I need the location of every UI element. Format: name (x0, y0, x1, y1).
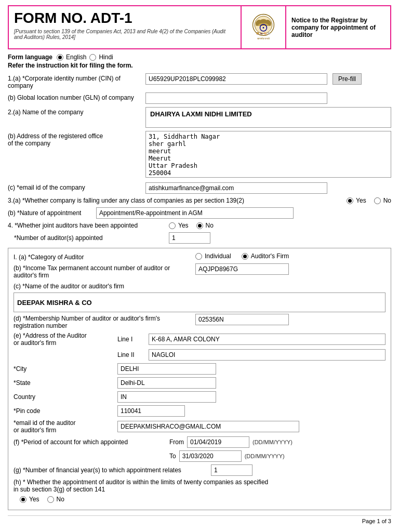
reg-office-row: (b) Address of the registered office of … (8, 131, 391, 179)
joint-yes-option[interactable]: Yes (169, 222, 189, 229)
section-i-box: I. (a) *Category of Auditor Individual A… (8, 248, 391, 510)
line1-input-area (149, 334, 385, 345)
page-number: Page 1 of 3 (8, 515, 391, 524)
state-row: *State (14, 377, 385, 389)
section3a-no-label: No (383, 197, 391, 204)
line2-row: Line II (14, 349, 385, 361)
fin-years-input[interactable] (211, 464, 252, 476)
nature-input[interactable] (96, 207, 294, 219)
category-options: Individual Auditor's Firm (195, 252, 385, 260)
auditor-email-row: *email id of the auditor or auditor's fi… (14, 419, 385, 434)
to-input[interactable] (179, 450, 242, 462)
header-box: FORM NO. ADT-1 [Pursuant to section 139 … (8, 5, 391, 49)
company-name-row: 2.(a) Name of the company DHAIRYA LAXMI … (8, 107, 391, 128)
auditor-name-row: (c) *Name of the auditor or auditor's fi… (14, 282, 385, 290)
city-label: *City (14, 365, 117, 373)
line2-input-area (149, 349, 385, 361)
email-input[interactable] (145, 182, 327, 194)
joint-no-radio[interactable] (196, 222, 203, 229)
reg-office-label: (b) Address of the registered office of … (8, 131, 145, 147)
form-title: FORM NO. ADT-1 (14, 10, 235, 26)
membership-row: (d) *Membership Number of auditor or aud… (14, 314, 385, 329)
hindi-radio[interactable] (89, 54, 96, 61)
pincode-label: *Pin code (14, 407, 117, 415)
line1-label: Line I (117, 336, 149, 343)
individual-radio[interactable] (195, 253, 202, 260)
section3a-options: Yes No (347, 197, 391, 204)
section3a-yes-radio[interactable] (347, 197, 353, 204)
english-radio[interactable] (57, 54, 63, 61)
company-name-display: DHAIRYA LAXMI NIDHI LIMITED (145, 107, 391, 128)
section3a-label: 3.(a) *Whether company is falling under … (8, 197, 347, 204)
line2-label: Line II (117, 351, 149, 358)
hindi-option[interactable]: Hindi (89, 54, 113, 61)
from-input[interactable] (187, 436, 249, 448)
country-label: Country (14, 393, 117, 401)
firm-radio[interactable] (242, 253, 248, 260)
pincode-input-area (117, 405, 185, 417)
address-label: (e) *Address of the Auditor or auditor's… (14, 332, 117, 347)
form-language-label: Form language (8, 54, 52, 61)
section3a-no-option[interactable]: No (374, 197, 391, 204)
city-input[interactable] (117, 363, 216, 375)
joint-yes-label: Yes (178, 222, 189, 229)
appt-limits-row: (h) * Whether the appointment of auditor… (14, 478, 385, 493)
address-label-row: (e) *Address of the Auditor or auditor's… (14, 332, 385, 347)
cin-input[interactable] (145, 73, 327, 85)
state-label: *State (14, 379, 117, 387)
joint-yes-radio[interactable] (169, 222, 176, 229)
appt-no-radio[interactable] (47, 496, 54, 503)
country-input-area (117, 391, 216, 403)
appt-yes-radio[interactable] (20, 496, 26, 503)
joint-no-option[interactable]: No (196, 222, 214, 229)
pan-input-area (195, 263, 385, 275)
notice-text: Notice to the Registrar by company for a… (291, 17, 385, 38)
membership-input[interactable] (195, 314, 289, 325)
header-center: 🦁 🐂 🐎 🐘 सत्यमेव जयते (242, 6, 286, 48)
form-subtitle: [Pursuant to section 139 of the Companie… (14, 29, 235, 40)
firm-label: Auditor's Firm (251, 252, 289, 260)
pan-input[interactable] (195, 263, 289, 275)
section3a-no-radio[interactable] (374, 197, 381, 204)
firm-option[interactable]: Auditor's Firm (242, 252, 289, 260)
category-row: I. (a) *Category of Auditor Individual A… (14, 252, 385, 261)
appt-no-option[interactable]: No (47, 496, 64, 503)
from-ddmmyyyy: (DD/MM/YYYY) (252, 439, 292, 445)
individual-option[interactable]: Individual (195, 252, 231, 260)
state-input[interactable] (117, 377, 216, 389)
prefill-button[interactable]: Pre-fill (332, 73, 362, 85)
state-input-area (117, 377, 216, 389)
cin-row: 1.(a) *Corporate identity number (CIN) o… (8, 73, 391, 89)
pincode-input[interactable] (117, 405, 185, 417)
num-auditors-row: *Number of auditor(s) appointed (8, 232, 391, 244)
form-language-row: Form language English Hindi (8, 54, 391, 61)
num-auditors-input-area (169, 232, 210, 244)
reg-office-textarea[interactable]: 31, Siddharth Nagar sher garhl meerut Me… (145, 131, 391, 178)
gln-input[interactable] (145, 92, 327, 104)
country-input[interactable] (117, 391, 216, 403)
gln-row: (b) Global location number (GLN) of comp… (8, 92, 391, 104)
individual-label: Individual (205, 252, 231, 260)
language-options: English Hindi (57, 54, 113, 61)
section3a-yes-option[interactable]: Yes (347, 197, 366, 204)
line1-input[interactable] (149, 334, 385, 345)
appt-yes-option[interactable]: Yes (20, 496, 39, 503)
fin-years-label: (g) *Number of financial year(s) to whic… (14, 467, 211, 474)
country-row: Country (14, 391, 385, 403)
section3a-yes-label: Yes (356, 197, 366, 204)
appt-yes-label: Yes (29, 496, 39, 503)
membership-input-area (195, 314, 385, 325)
joint-auditors-row: 4. *Whether joint auditors have been app… (8, 222, 391, 229)
period-from-area: From (DD/MM/YYYY) (169, 436, 292, 448)
num-auditors-input[interactable] (169, 232, 210, 244)
hindi-label: Hindi (99, 54, 113, 61)
auditor-email-input[interactable] (117, 421, 299, 432)
english-option[interactable]: English (57, 54, 86, 61)
period-row: (f) *Period of account for which appoint… (14, 436, 385, 448)
cin-input-area: Pre-fill (145, 73, 391, 85)
svg-text:सत्यमेव जयते: सत्यमेव जयते (257, 37, 270, 40)
period-to-row: To (DD/MM/YYYY) (14, 450, 385, 462)
auditor-name-display: DEEPAK MISHRA & CO (14, 292, 385, 312)
fin-years-input-area (211, 464, 252, 476)
line2-input[interactable] (149, 349, 385, 361)
